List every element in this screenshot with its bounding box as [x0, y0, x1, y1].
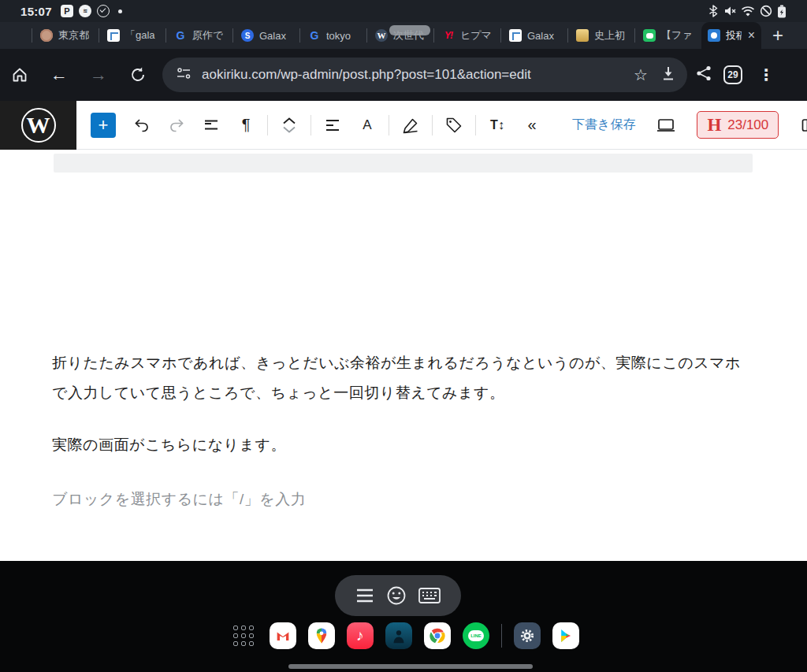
status-bar: 15:07 P ≋ [0, 0, 807, 22]
browser-tab[interactable]: G tokyo [300, 22, 366, 49]
favicon-wordpress-icon: W [375, 29, 388, 42]
browser-tab-active[interactable]: 投稿 × [701, 22, 761, 49]
dock-divider [501, 624, 502, 648]
browser-tab[interactable]: W 次世代 [367, 22, 433, 49]
tab-count-button[interactable]: 29 [723, 65, 742, 84]
browser-tab[interactable]: S Galax [233, 22, 299, 49]
editor-toolbar: W + ¶ A [0, 101, 807, 150]
editor-tools: + ¶ A [76, 110, 807, 141]
browser-tab[interactable]: Galax [501, 22, 567, 49]
browser-tab[interactable]: 東京都 [32, 22, 99, 49]
favicon-google-icon: G [308, 29, 321, 42]
editor-canvas[interactable]: 折りたたみスマホであれば、きっとだいぶ余裕が生まれるだろうなというのが、実際にこ… [0, 150, 807, 561]
wifi-icon [741, 5, 755, 17]
browser-tab[interactable]: 【ファ [635, 22, 701, 49]
notification-app-icon: ≋ [79, 5, 91, 17]
tab-title: 【ファ [661, 28, 693, 43]
toolbar-right: 29 ⋮ [695, 65, 779, 85]
headline-h-icon: H [707, 116, 721, 134]
partial-block[interactable] [54, 154, 753, 173]
block-mover-buttons[interactable] [273, 110, 306, 141]
emoji-icon[interactable] [386, 585, 407, 606]
status-left: 15:07 P ≋ [20, 5, 122, 18]
empty-block-placeholder[interactable]: ブロックを選択するには「/」を入力 [52, 485, 755, 514]
check-circle-icon [97, 5, 110, 17]
wordpress-logo[interactable]: W [0, 101, 76, 150]
toolbar-divider [432, 115, 433, 136]
tab-title: 原作で [192, 28, 223, 43]
save-draft-button[interactable]: 下書き保存 [572, 117, 635, 133]
preview-device-button[interactable] [649, 110, 682, 141]
keyboard-icon[interactable] [418, 588, 441, 603]
paragraph-block[interactable]: 折りたたみスマホであれば、きっとだいぶ余裕が生まれるだろうなというのが、実際にこ… [52, 348, 755, 408]
block-inserter-button[interactable]: + [91, 113, 116, 138]
tab-strip: 東京都 「gala G 原作で S Galax G tokyo W 次世代 [0, 22, 807, 49]
reload-button[interactable] [118, 65, 158, 84]
notification-p-icon: P [61, 5, 73, 17]
headline-score-value: 23/100 [727, 117, 768, 133]
undo-button[interactable] [125, 110, 158, 141]
new-tab-button[interactable]: + [772, 26, 783, 45]
battery-charging-icon [777, 5, 787, 18]
status-right [708, 5, 787, 18]
back-button[interactable]: ← [39, 65, 79, 85]
tab-title: 史上初 [594, 28, 625, 43]
clock: 15:07 [20, 5, 52, 18]
browser-tab[interactable]: Y! ヒプマ [434, 22, 500, 49]
apple-music-icon[interactable]: ♪ [347, 622, 374, 649]
tab-title: Galax [527, 30, 554, 42]
volume-muted-icon [723, 5, 736, 17]
line-bubble-icon: LINE [468, 630, 484, 641]
toolbar-divider [389, 115, 389, 136]
home-button[interactable] [0, 65, 39, 84]
tab-title: ヒプマ [460, 28, 492, 43]
collapse-toolbar-button[interactable]: « [515, 110, 549, 141]
browser-tab[interactable]: 史上初 [568, 22, 634, 49]
google-maps-icon[interactable] [308, 622, 335, 649]
headline-score-badge[interactable]: H 23/100 [697, 111, 779, 139]
letter-case-button[interactable]: T↕ [481, 110, 514, 141]
share-icon[interactable] [695, 65, 712, 85]
chrome-icon[interactable] [424, 622, 451, 649]
favicon-s-blue-icon: S [241, 29, 254, 42]
browser-toolbar: ← → aokiriku.com/wp-admin/post.php?post=… [0, 49, 807, 101]
app-drawer-icon[interactable] [233, 626, 255, 647]
tag-button[interactable] [437, 110, 470, 141]
url-bar[interactable]: aokiriku.com/wp-admin/post.php?post=101&… [162, 58, 687, 92]
gmail-icon[interactable] [270, 622, 296, 649]
home-indicator[interactable] [288, 664, 533, 669]
page-info-icon[interactable] [175, 65, 192, 85]
settings-icon[interactable] [514, 622, 541, 649]
settings-sidebar-button[interactable] [793, 110, 807, 141]
input-menu-icon[interactable] [355, 588, 374, 603]
highlight-pen-button[interactable] [394, 110, 427, 141]
bookmark-star-icon[interactable]: ☆ [634, 65, 648, 84]
text-format-a-button[interactable]: A [351, 110, 384, 141]
paragraph-block[interactable]: 実際の画面がこちらになります。 [52, 430, 755, 460]
toolbar-divider [311, 115, 311, 136]
line-icon[interactable]: LINE [463, 622, 489, 649]
toolbar-divider [267, 115, 268, 136]
redo-button[interactable] [160, 110, 193, 141]
browser-tab[interactable]: G 原作で [166, 22, 232, 49]
browser-tab[interactable]: 「gala [99, 22, 165, 49]
favicon-site-circle-icon [40, 29, 53, 42]
download-icon[interactable] [660, 65, 676, 85]
kindle-icon[interactable] [385, 622, 412, 649]
tab-title: 投稿 [726, 28, 742, 43]
browser-menu-icon[interactable]: ⋮ [753, 65, 779, 84]
text-align-button[interactable] [316, 110, 349, 141]
app-dock: ♪ LINE [233, 622, 579, 649]
favicon-post-editor-icon [708, 29, 720, 42]
wordpress-w-icon: W [21, 108, 56, 143]
favicon-image-thumbnail-icon [107, 29, 120, 42]
tab-title: Galax [259, 30, 286, 42]
url-text: aokiriku.com/wp-admin/post.php?post=101&… [202, 67, 621, 83]
paragraph-block-button[interactable]: ¶ [229, 110, 262, 141]
favicon-gold-image-icon [576, 29, 589, 42]
close-tab-icon[interactable]: × [748, 29, 755, 42]
play-store-icon[interactable] [552, 622, 579, 649]
music-note-icon: ♪ [356, 627, 364, 644]
forward-button[interactable]: → [79, 65, 118, 85]
list-view-button[interactable] [195, 110, 228, 141]
